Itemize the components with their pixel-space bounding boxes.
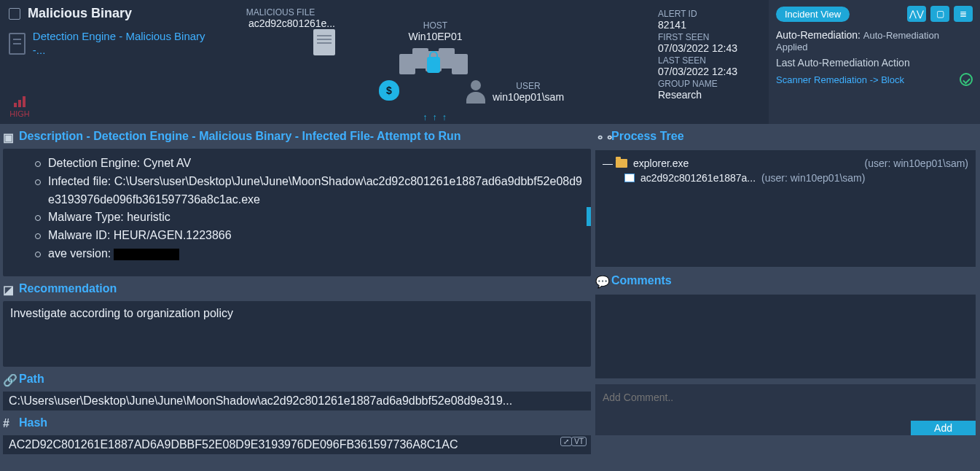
- alert-title: Malicious Binary: [28, 6, 132, 21]
- description-card: Detection Engine: Cynet AV Infected file…: [3, 149, 591, 276]
- side-column: ⚬⚬ Process Tree — explorer.exe (user: wi…: [594, 124, 980, 471]
- tree-row-child[interactable]: ac2d92c801261e1887a... (user: win10ep01\…: [603, 171, 968, 185]
- details-column: ▣ Description - Detection Engine - Malic…: [0, 124, 594, 471]
- last-action-link[interactable]: Scanner Remediation -> Block: [776, 74, 904, 85]
- tree-child-name: ac2d92c801261e1887a...: [640, 172, 756, 184]
- description-header: Description - Detection Engine - Malicio…: [19, 130, 461, 143]
- recommendation-header: Recommendation: [19, 282, 117, 295]
- last-seen-label: LAST SEEN: [658, 55, 763, 66]
- incident-view-button[interactable]: Incident View: [776, 7, 850, 22]
- viz-user-name: win10ep01\sam: [493, 91, 564, 103]
- tree-root-user: (user: win10ep01\sam): [865, 157, 968, 169]
- tree-child-user: (user: win10ep01\sam): [761, 172, 865, 184]
- header-left-panel: Malicious Binary Detection Engine - Mali…: [0, 0, 219, 124]
- activity-icon[interactable]: ⋀⋁: [907, 6, 926, 22]
- list-icon[interactable]: ≣: [954, 6, 973, 22]
- success-icon: [960, 73, 973, 86]
- desc-item: Malware ID: HEUR/AGEN.1223866: [48, 227, 584, 245]
- folder-icon: [616, 159, 627, 168]
- viz-malicious-file: MALICIOUS FILE ac2d92c801261e...: [226, 7, 335, 55]
- alert-header: Malicious Binary Detection Engine - Mali…: [0, 0, 980, 124]
- recommendation-card: Investigate according to organization po…: [3, 301, 591, 367]
- viz-user: USER win10ep01\sam: [466, 80, 564, 104]
- severity-bars-icon: [14, 96, 26, 107]
- viz-file-name: ac2d92c801261e...: [248, 17, 335, 29]
- virustotal-badge[interactable]: VT: [571, 437, 587, 446]
- process-tree-header: Process Tree: [611, 130, 684, 143]
- viz-host-label: HOST: [399, 20, 472, 31]
- comment-input[interactable]: [595, 384, 976, 421]
- group-label: GROUP NAME: [658, 79, 763, 89]
- remediation-panel: Incident View ⋀⋁ ▢ ≣ Auto-Remediation: A…: [769, 0, 980, 124]
- viz-host-name: Win10EP01: [399, 31, 472, 42]
- viz-user-label: USER: [493, 81, 564, 91]
- description-icon: ▣: [3, 131, 15, 142]
- last-action-label: Last Auto-Remediation Action: [776, 57, 973, 69]
- document-icon: [9, 33, 26, 55]
- severity-label: HIGH: [9, 109, 30, 118]
- redacted-value: [114, 249, 179, 260]
- comments-icon: 💬: [595, 275, 607, 287]
- path-header: Path: [19, 373, 44, 386]
- alert-select-checkbox[interactable]: [9, 8, 20, 20]
- severity-indicator: HIGH: [9, 96, 31, 118]
- group-value: Research: [658, 89, 763, 101]
- alert-meta: ALERT ID 82141 FIRST SEEN 07/03/2022 12:…: [652, 0, 769, 124]
- comments-card: [595, 295, 976, 378]
- first-seen-value: 07/03/2022 12:43: [658, 42, 763, 54]
- add-comment-box: Add: [595, 384, 976, 435]
- process-tree-card: — explorer.exe (user: win10ep01\sam) ac2…: [595, 150, 976, 267]
- last-seen-value: 07/03/2022 12:43: [658, 66, 763, 77]
- comments-header: Comments: [611, 274, 672, 287]
- hash-value: AC2D92C801261E1887AD6A9DBBF52E08D9E31939…: [3, 435, 591, 454]
- attack-visualization: MALICIOUS FILE ac2d92c801261e... HOST Wi…: [219, 0, 652, 124]
- user-icon: [466, 80, 485, 104]
- tree-row-root[interactable]: — explorer.exe (user: win10ep01\sam): [603, 156, 968, 171]
- alert-id-label: ALERT ID: [658, 9, 763, 19]
- path-icon: 🔗: [3, 373, 15, 385]
- process-icon: [624, 174, 635, 182]
- desc-item: Malware Type: heuristic: [48, 209, 584, 227]
- hash-header: Hash: [19, 416, 47, 429]
- clipboard-icon[interactable]: ▢: [930, 6, 949, 22]
- hash-icon: #: [3, 417, 15, 429]
- file-icon: [313, 29, 335, 55]
- desc-item: Detection Engine: Cynet AV: [48, 155, 584, 173]
- viz-host: HOST Win10EP01: [399, 20, 472, 92]
- desc-item: ave version:: [48, 245, 584, 263]
- desc-item: Infected file: C:\Users\user\Desktop\Jun…: [48, 173, 584, 209]
- auto-remediation-label: Auto-Remediation:: [776, 29, 861, 41]
- ransom-icon: $: [379, 80, 399, 101]
- detection-link[interactable]: Detection Engine - Malicious Binary -...: [33, 30, 210, 58]
- recommendation-text: Investigate according to organization po…: [10, 307, 233, 319]
- add-comment-button[interactable]: Add: [911, 421, 976, 435]
- expand-viz-button[interactable]: ↑ ↑ ↑: [423, 112, 448, 122]
- lock-icon: [427, 57, 440, 73]
- first-seen-label: FIRST SEEN: [658, 32, 763, 42]
- path-value: C:\Users\user\Desktop\June\June\MoonShad…: [3, 392, 591, 410]
- tree-collapse-icon[interactable]: —: [603, 157, 610, 169]
- tree-root-name: explorer.exe: [633, 157, 689, 169]
- alert-id-value: 82141: [658, 19, 763, 31]
- hash-expand-icon[interactable]: ⤢: [560, 437, 572, 446]
- recommendation-icon: ◪: [3, 283, 15, 295]
- locked-files-icon: [399, 48, 472, 92]
- viz-file-label: MALICIOUS FILE: [226, 7, 335, 17]
- process-tree-icon: ⚬⚬: [595, 131, 607, 142]
